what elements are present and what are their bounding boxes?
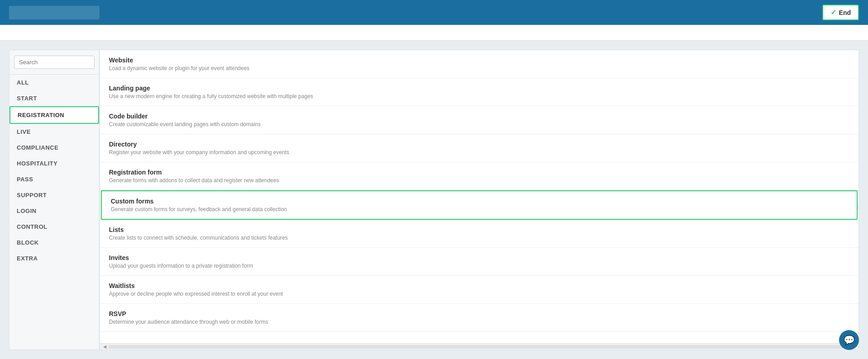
sidebar-item-pass[interactable]: PASS [9,171,99,187]
sidebar-item-registration[interactable]: REGISTRATION [9,106,99,124]
sub-header [0,25,868,41]
feature-info-rsvp: RSVPDetermine your audience attendance t… [109,310,840,325]
feature-desc-custom-forms: Generate custom forms for surveys, feedb… [111,206,839,213]
sidebar-item-support[interactable]: SUPPORT [9,187,99,203]
feature-row-invites: InvitesUpload your guests information to… [100,248,859,276]
horizontal-scrollbar-track [108,345,850,349]
feature-row-code-builder: Code builderCreate customizable event la… [100,106,859,134]
feature-desc-waitlists: Approve or decline people who expressed … [109,291,840,297]
chat-icon: 💬 [844,335,855,345]
feature-title-registration-form: Registration form [109,169,840,176]
feature-title-rsvp: RSVP [109,310,840,317]
content-panel: WebsiteLoad a dynamic website or plugin … [99,50,859,350]
feature-title-invites: Invites [109,254,840,261]
feature-info-website: WebsiteLoad a dynamic website or plugin … [109,57,840,71]
feature-info-invites: InvitesUpload your guests information to… [109,254,840,269]
sidebar: ALLSTARTREGISTRATIONLIVECOMPLIANCEHOSPIT… [9,50,99,350]
header: ✓ End [0,0,868,25]
feature-title-waitlists: Waitlists [109,282,840,289]
checkmark-icon: ✓ [830,8,836,17]
feature-desc-code-builder: Create customizable event landing pages … [109,121,840,128]
feature-title-lists: Lists [109,226,840,233]
feature-info-registration-form: Registration formGenerate forms with add… [109,169,840,184]
end-button-label: End [839,9,851,16]
sidebar-item-block[interactable]: BLOCK [9,235,99,250]
feature-row-landing-page: Landing pageUse a new modern engine for … [100,78,859,106]
feature-title-website: Website [109,57,840,64]
sidebar-item-extra[interactable]: EXTRA [9,250,99,266]
search-container [9,50,99,75]
sidebar-item-control[interactable]: CONTROL [9,219,99,235]
logo-area [9,0,99,25]
nav-list: ALLSTARTREGISTRATIONLIVECOMPLIANCEHOSPIT… [9,75,99,350]
feature-desc-registration-form: Generate forms with addons to collect da… [109,177,840,184]
feature-title-custom-forms: Custom forms [111,198,839,205]
feature-row-registration-form: Registration formGenerate forms with add… [100,162,859,190]
feature-info-lists: ListsCreate lists to connect with schedu… [109,226,840,241]
feature-row-lists: ListsCreate lists to connect with schedu… [100,220,859,248]
feature-row-directory: DirectoryRegister your website with your… [100,134,859,162]
feature-info-code-builder: Code builderCreate customizable event la… [109,113,840,128]
sidebar-item-login[interactable]: LOGIN [9,203,99,219]
feature-row-rsvp: RSVPDetermine your audience attendance t… [100,304,859,332]
sidebar-item-hospitality[interactable]: HOSPITALITY [9,156,99,171]
bottom-scrollbar: ◀ ▶ [100,343,859,350]
feature-title-code-builder: Code builder [109,113,840,120]
feature-title-directory: Directory [109,141,840,148]
main-content: ALLSTARTREGISTRATIONLIVECOMPLIANCEHOSPIT… [0,41,868,359]
feature-title-landing-page: Landing page [109,85,840,92]
chat-button[interactable]: 💬 [839,330,859,350]
search-input[interactable] [14,56,94,69]
feature-desc-directory: Register your website with your company … [109,149,840,156]
feature-row-waitlists: WaitlistsApprove or decline people who e… [100,276,859,304]
content-scroll[interactable]: WebsiteLoad a dynamic website or plugin … [100,50,859,343]
feature-info-waitlists: WaitlistsApprove or decline people who e… [109,282,840,297]
feature-row-website: WebsiteLoad a dynamic website or plugin … [100,50,859,78]
feature-desc-rsvp: Determine your audience attendance throu… [109,319,840,325]
feature-desc-landing-page: Use a new modern engine for creating a f… [109,93,840,99]
feature-info-landing-page: Landing pageUse a new modern engine for … [109,85,840,99]
feature-desc-invites: Upload your guests information to a priv… [109,263,840,269]
sidebar-item-start[interactable]: START [9,90,99,106]
feature-row-custom-forms: Custom formsGenerate custom forms for su… [101,190,858,220]
feature-info-custom-forms: Custom formsGenerate custom forms for su… [111,198,839,213]
feature-desc-website: Load a dynamic website or plugin for you… [109,65,840,71]
end-button[interactable]: ✓ End [822,5,859,20]
feature-desc-lists: Create lists to connect with schedule, c… [109,235,840,241]
scroll-left-arrow[interactable]: ◀ [102,344,108,350]
sidebar-item-compliance[interactable]: COMPLIANCE [9,140,99,156]
sidebar-item-all[interactable]: ALL [9,75,99,90]
feature-info-directory: DirectoryRegister your website with your… [109,141,840,156]
logo [9,6,99,19]
sidebar-item-live[interactable]: LIVE [9,124,99,140]
